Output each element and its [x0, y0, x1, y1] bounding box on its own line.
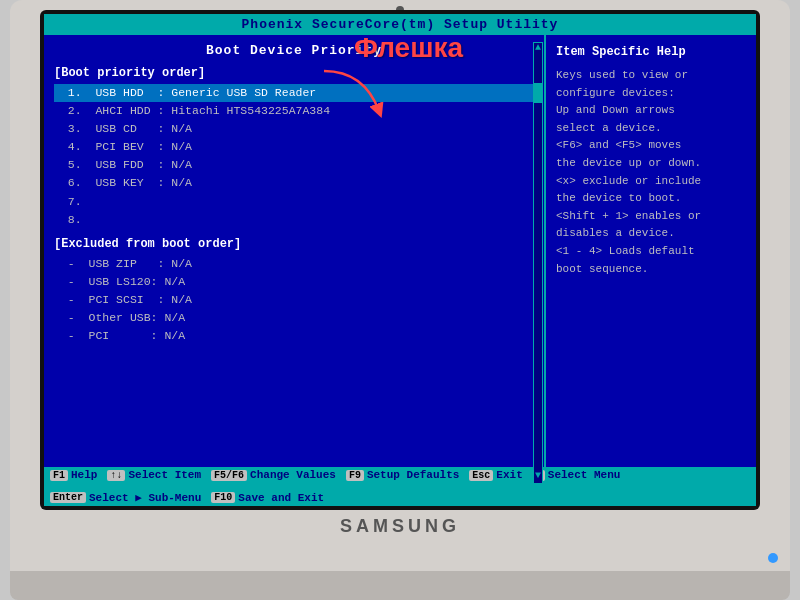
footer-help-label: Help — [71, 469, 97, 481]
key-f10: F10 — [211, 492, 235, 503]
sidebar-title: Item Specific Help — [556, 43, 746, 61]
footer-f10: F10 Save and Exit — [211, 492, 324, 504]
annotation-label: Флешка — [354, 32, 463, 64]
footer-f9: F9 Setup Defaults — [346, 469, 459, 481]
key-f5f6: F5/F6 — [211, 470, 247, 481]
footer-f5f6: F5/F6 Change Values — [211, 469, 336, 481]
bios-title-text: Phoenix SecureCore(tm) Setup Utility — [242, 17, 559, 32]
boot-item-8[interactable]: 8. — [54, 211, 534, 229]
excluded-item-1[interactable]: - USB ZIP : N/A — [54, 255, 534, 273]
scroll-thumb[interactable] — [534, 83, 542, 103]
excluded-item-3[interactable]: - PCI SCSI : N/A — [54, 291, 534, 309]
footer-exit-label: Exit — [496, 469, 522, 481]
bios-main-panel: Boot Device Priority [Boot priority orde… — [44, 35, 546, 467]
excluded-item-5[interactable]: - PCI : N/A — [54, 327, 534, 345]
footer-esc: Esc Exit — [469, 469, 522, 481]
key-esc: Esc — [469, 470, 493, 481]
bios-screen: Phoenix SecureCore(tm) Setup Utility Фле… — [44, 14, 756, 506]
footer-select-submenu-label: Select ▶ Sub-Menu — [89, 491, 201, 504]
scroll-up-icon[interactable]: ▲ — [535, 43, 541, 53]
footer-select-menu: ↔ Select Menu — [533, 469, 621, 481]
excluded-section: [Excluded from boot order] - USB ZIP : N… — [54, 237, 534, 345]
boot-item-5[interactable]: 5. USB FDD : N/A — [54, 156, 534, 174]
brand-label: SAMSUNG — [340, 516, 460, 537]
laptop-bottom — [10, 571, 790, 601]
boot-item-1[interactable]: 1. USB HDD : Generic USB SD Reader — [54, 84, 534, 102]
footer-setup-defaults-label: Setup Defaults — [367, 469, 459, 481]
key-enter: Enter — [50, 492, 86, 503]
boot-item-4[interactable]: 4. PCI BEV : N/A — [54, 138, 534, 156]
scrollbar[interactable]: ▲ ▼ — [533, 42, 543, 467]
annotation-arrow — [314, 66, 394, 130]
excluded-item-4[interactable]: - Other USB: N/A — [54, 309, 534, 327]
footer-select-item-label: Select Item — [128, 469, 201, 481]
bios-body: Boot Device Priority [Boot priority orde… — [44, 35, 756, 467]
bios-footer: F1 Help ↑↓ Select Item F5/F6 Change Valu… — [44, 467, 756, 506]
power-indicator — [768, 553, 778, 563]
boot-item-2[interactable]: 2. AHCI HDD : Hitachi HTS543225A7A384 — [54, 102, 534, 120]
boot-item-3[interactable]: 3. USB CD : N/A — [54, 120, 534, 138]
footer-select-menu-label: Select Menu — [548, 469, 621, 481]
boot-item-6[interactable]: 6. USB KEY : N/A — [54, 174, 534, 192]
boot-item-7[interactable]: 7. — [54, 193, 534, 211]
excluded-header: [Excluded from boot order] — [54, 237, 534, 251]
key-arrows-ud: ↑↓ — [107, 470, 125, 481]
footer-f1: F1 Help — [50, 469, 97, 481]
key-f1: F1 — [50, 470, 68, 481]
screen-bezel: Phoenix SecureCore(tm) Setup Utility Фле… — [40, 10, 760, 510]
sidebar-help-text: Keys used to view or configure devices: … — [556, 67, 746, 278]
footer-select-item: ↑↓ Select Item — [107, 469, 201, 481]
bios-sidebar: Item Specific Help Keys used to view or … — [546, 35, 756, 467]
excluded-item-2[interactable]: - USB LS120: N/A — [54, 273, 534, 291]
footer-change-values-label: Change Values — [250, 469, 336, 481]
key-f9: F9 — [346, 470, 364, 481]
footer-enter: Enter Select ▶ Sub-Menu — [50, 491, 201, 504]
footer-save-exit-label: Save and Exit — [238, 492, 324, 504]
boot-priority-header: [Boot priority order] — [54, 66, 534, 80]
